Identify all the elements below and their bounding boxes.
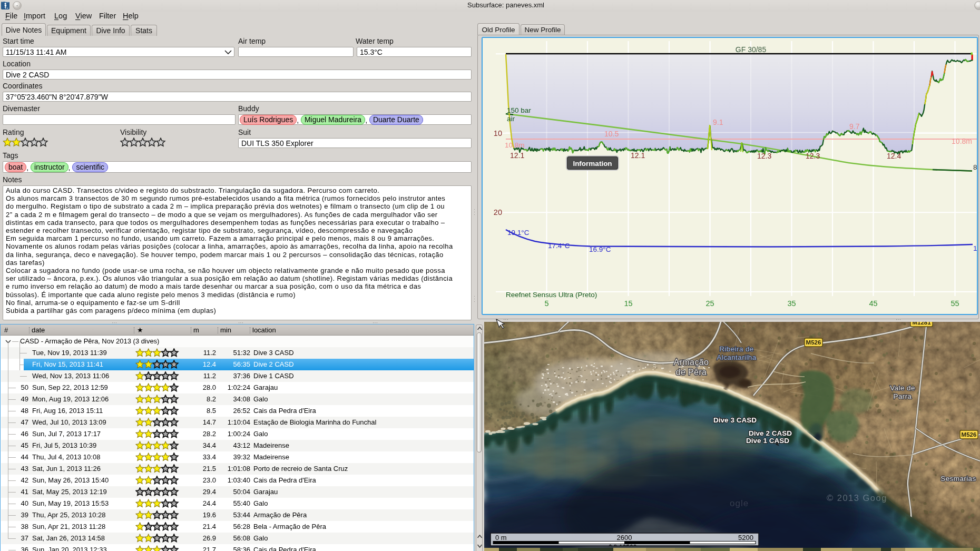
svg-text:20: 20 [494,208,502,217]
svg-text:M526: M526 [806,339,821,346]
svg-text:Information: Information [573,160,612,168]
svg-text:10.8m: 10.8m [505,141,525,149]
svg-text:Reefnet Sensus Ultra (Preto): Reefnet Sensus Ultra (Preto) [506,291,597,299]
svg-text:Alcantarilha: Alcantarilha [717,353,756,361]
svg-text:5200: 5200 [738,534,753,542]
svg-text:45: 45 [869,299,877,308]
svg-text:Armação: Armação [674,358,709,367]
svg-text:M1281: M1281 [912,322,931,326]
svg-text:35: 35 [787,299,796,308]
svg-text:5: 5 [544,299,548,308]
svg-text:19.1°C: 19.1°C [507,229,530,237]
svg-text:16: 16 [973,244,977,252]
svg-text:12.3: 12.3 [806,152,820,160]
svg-text:10.5: 10.5 [604,130,619,138]
svg-text:25: 25 [705,299,714,308]
svg-text:15: 15 [624,299,632,308]
svg-text:air: air [507,115,515,123]
svg-text:9.1: 9.1 [713,118,723,126]
svg-text:Vale de: Vale de [890,384,915,392]
svg-text:Dive 1 CASD: Dive 1 CASD [746,437,789,445]
svg-text:17.4°C: 17.4°C [548,242,570,250]
svg-text:150 bar: 150 bar [507,106,531,114]
svg-text:de Pêra: de Pêra [676,368,707,377]
svg-text:ogle: ogle [730,498,749,508]
svg-text:55: 55 [950,299,959,308]
svg-text:12.1: 12.1 [510,151,524,160]
svg-text:0 m: 0 m [495,534,507,542]
svg-text:12.3: 12.3 [757,152,771,160]
svg-text:2600: 2600 [617,534,632,542]
svg-text:16.9°C: 16.9°C [589,245,611,253]
svg-text:Dive 3 CASD: Dive 3 CASD [713,416,757,424]
svg-text:12.4: 12.4 [887,152,901,160]
svg-text:10.8m: 10.8m [952,137,972,145]
svg-text:GF 30/85: GF 30/85 [736,45,767,54]
svg-text:80: 80 [973,163,977,171]
svg-text:Parra: Parra [893,392,912,400]
svg-text:9.7: 9.7 [849,122,860,131]
svg-text:Sesmarias: Sesmarias [940,475,976,483]
svg-text:10: 10 [494,129,502,137]
svg-text:Dive 2 CASD: Dive 2 CASD [749,429,792,437]
svg-text:12.1: 12.1 [631,151,645,160]
svg-text:Ribeira de: Ribeira de [719,345,754,353]
svg-text:© 2013 Goog: © 2013 Goog [827,493,887,503]
svg-text:M526: M526 [962,431,977,438]
